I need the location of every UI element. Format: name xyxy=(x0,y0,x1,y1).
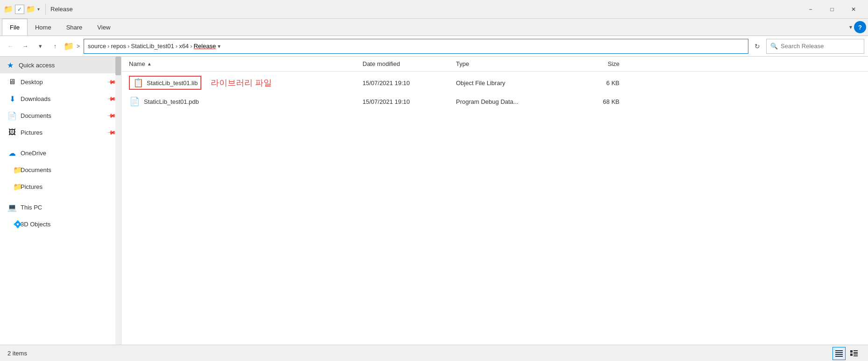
status-bar: 2 items xyxy=(0,345,868,361)
file-row-lib[interactable]: 📋 StaticLib_test01.lib 라이브러리 파일 15/07/20… xyxy=(121,73,868,92)
sidebar: ★ Quick access 🖥 Desktop 📌 ⬇ Downloads 📌… xyxy=(0,57,121,345)
svg-rect-0 xyxy=(835,350,843,351)
col-date-header[interactable]: Date modified xyxy=(363,60,456,67)
forward-button[interactable]: → xyxy=(19,40,32,53)
folder-icon2: 📁 xyxy=(26,5,36,14)
main-area: ★ Quick access 🖥 Desktop 📌 ⬇ Downloads 📌… xyxy=(0,57,868,345)
path-staticlib: StaticLib_test01 xyxy=(131,43,174,50)
sidebar-scrollbar[interactable] xyxy=(115,57,121,345)
detail-view-button[interactable] xyxy=(847,347,861,360)
sidebar-thispc[interactable]: 💻 This PC xyxy=(0,199,121,216)
address-bar: ← → ▾ ↑ 📁 > source › repos › StaticLib_t… xyxy=(0,36,868,57)
recent-button[interactable]: ▾ xyxy=(34,40,47,53)
sidebar-onedrive[interactable]: ☁ OneDrive xyxy=(0,144,121,161)
check-icon: ✓ xyxy=(15,5,24,14)
sidebar-scrollbar-thumb xyxy=(115,57,121,75)
onedrive-label: OneDrive xyxy=(21,150,115,157)
sidebar-od-documents[interactable]: 📁 Documents xyxy=(0,161,121,178)
3dobjects-icon: 💠 xyxy=(7,220,17,229)
downloads-label: Downloads xyxy=(21,95,108,102)
folder-address-icon: 📁 xyxy=(64,41,74,51)
pdb-file-icon: 📄 xyxy=(129,96,140,107)
svg-rect-7 xyxy=(854,354,858,354)
list-view-icon xyxy=(835,350,843,357)
svg-rect-4 xyxy=(850,350,853,353)
file-content: Name ▲ Date modified Type Size 📋 StaticL… xyxy=(121,57,868,345)
lib-type: Object File Library xyxy=(456,79,573,87)
file-row-pdb[interactable]: 📄 StaticLib_test01.pdb 15/07/2021 19:10 … xyxy=(121,92,868,111)
documents-label: Documents xyxy=(21,112,108,119)
path-dropdown[interactable]: ▾ xyxy=(218,43,221,50)
desktop-label: Desktop xyxy=(21,79,108,86)
thispc-icon: 💻 xyxy=(7,203,17,212)
view-controls xyxy=(832,347,861,360)
maximize-button[interactable]: □ xyxy=(821,0,843,19)
sidebar-quick-access[interactable]: ★ Quick access xyxy=(0,57,121,73)
file-list: 📋 StaticLib_test01.lib 라이브러리 파일 15/07/20… xyxy=(121,72,868,345)
downloads-icon: ⬇ xyxy=(7,94,17,103)
dropdown-arrow[interactable]: ▾ xyxy=(37,7,40,12)
sort-arrow: ▲ xyxy=(147,61,152,66)
korean-label: 라이브러리 파일 xyxy=(211,77,272,88)
ribbon: File Home Share View ▾ ? xyxy=(0,19,868,36)
ribbon-tabs: File Home Share View ▾ ? xyxy=(0,19,868,36)
sidebar-item-documents[interactable]: 📄 Documents 📌 xyxy=(0,107,121,124)
3dobjects-label: 3D Objects xyxy=(21,221,115,228)
pictures-icon: 🖼 xyxy=(7,128,17,137)
divider xyxy=(45,4,46,15)
svg-rect-5 xyxy=(854,350,858,351)
pdb-file-name: StaticLib_test01.pdb xyxy=(144,98,199,105)
col-name-label: Name xyxy=(129,60,145,67)
od-pictures-icon: 📁 xyxy=(7,182,17,191)
path-x64: x64 xyxy=(179,43,189,50)
sidebar-item-pictures[interactable]: 🖼 Pictures 📌 xyxy=(0,124,121,141)
col-name-header[interactable]: Name ▲ xyxy=(129,60,363,67)
col-size-header[interactable]: Size xyxy=(573,60,619,67)
thispc-label: This PC xyxy=(21,204,115,211)
tab-file[interactable]: File xyxy=(2,19,28,36)
tab-view[interactable]: View xyxy=(90,19,118,36)
path-release: Release xyxy=(193,43,216,50)
onedrive-icon: ☁ xyxy=(7,149,17,158)
address-path[interactable]: source › repos › StaticLib_test01 › x64 … xyxy=(84,39,748,54)
svg-rect-3 xyxy=(835,356,843,357)
item-count: 2 items xyxy=(7,350,27,357)
folder-icon: 📁 xyxy=(4,5,13,14)
pdb-date: 15/07/2021 19:10 xyxy=(363,98,456,105)
window-controls: − □ ✕ xyxy=(800,0,864,19)
pdb-size: 68 KB xyxy=(573,98,619,105)
tab-share[interactable]: Share xyxy=(59,19,90,36)
list-view-button[interactable] xyxy=(832,347,846,360)
search-icon: 🔍 xyxy=(770,43,778,50)
file-name-lib: 📋 StaticLib_test01.lib 라이브러리 파일 xyxy=(129,76,363,90)
sidebar-item-downloads[interactable]: ⬇ Downloads 📌 xyxy=(0,90,121,107)
detail-view-icon xyxy=(850,350,858,357)
lib-size: 6 KB xyxy=(573,79,619,87)
up-button[interactable]: ↑ xyxy=(49,40,62,53)
pictures-label: Pictures xyxy=(21,129,108,136)
ribbon-right: ▾ ? xyxy=(849,21,866,33)
sidebar-od-pictures[interactable]: 📁 Pictures xyxy=(0,178,121,195)
tab-home[interactable]: Home xyxy=(28,19,59,36)
help-button[interactable]: ? xyxy=(854,21,866,33)
back-button[interactable]: ← xyxy=(4,40,17,53)
lib-file-icon: 📋 xyxy=(133,78,144,88)
close-button[interactable]: ✕ xyxy=(843,0,864,19)
od-pictures-label: Pictures xyxy=(21,183,115,190)
lib-highlight-box: 📋 StaticLib_test01.lib xyxy=(129,76,201,90)
search-input[interactable] xyxy=(781,43,860,50)
svg-rect-1 xyxy=(835,352,843,353)
window-title: Release xyxy=(50,6,73,13)
minimize-button[interactable]: − xyxy=(800,0,821,19)
od-documents-label: Documents xyxy=(21,166,115,173)
sidebar-item-desktop[interactable]: 🖥 Desktop 📌 xyxy=(0,73,121,90)
pdb-type: Program Debug Data... xyxy=(456,98,573,105)
svg-rect-2 xyxy=(835,354,843,355)
refresh-button[interactable]: ↻ xyxy=(750,39,764,53)
col-type-header[interactable]: Type xyxy=(456,60,573,67)
ribbon-collapse-icon[interactable]: ▾ xyxy=(849,24,852,30)
svg-rect-9 xyxy=(854,355,858,356)
sidebar-3dobjects[interactable]: 💠 3D Objects xyxy=(0,216,121,232)
lib-file-name: StaticLib_test01.lib xyxy=(147,79,198,87)
star-icon: ★ xyxy=(6,61,15,70)
